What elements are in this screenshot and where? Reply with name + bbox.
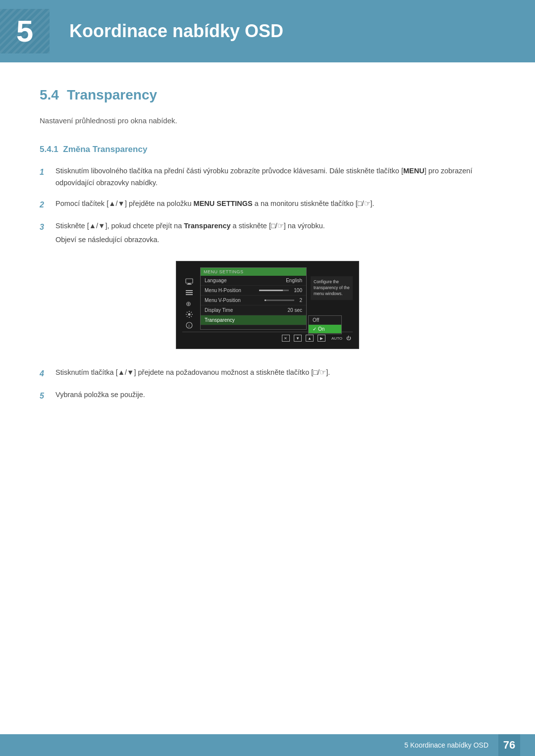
osd-icons-column: ⊕ i [182, 267, 196, 330]
step-5-text: Vybraná položka se použije. [55, 389, 495, 401]
step-5: 5 Vybraná položka se použije. [40, 389, 495, 403]
step-2-number: 2 [40, 198, 49, 211]
step-1-text: Stisknutím libovolného tlačítka na předn… [55, 165, 495, 189]
svg-text:⊕: ⊕ [186, 300, 191, 307]
page-footer: 5 Koordinace nabídky OSD 76 [0, 734, 535, 756]
subsection-title: 5.4.1 Změna Transparency [40, 145, 495, 154]
svg-rect-4 [186, 292, 193, 293]
osd-auto-label: AUTO [331, 336, 342, 341]
section-title: 5.4 Transparency [40, 87, 495, 103]
step-1-number: 1 [40, 165, 49, 179]
subsection-title-text: Změna Transparency [63, 145, 147, 154]
step-2: 2 Pomocí tlačítek [▲/▼] přejděte na polo… [40, 198, 495, 211]
osd-row-vposition: Menu V-Position 2 [201, 296, 306, 305]
steps-list: 1 Stisknutím libovolného tlačítka na pře… [40, 165, 495, 246]
subsection-number: 5.4.1 [40, 145, 58, 154]
svg-rect-5 [186, 294, 193, 295]
osd-menu-header: MENU SETTINGS [201, 268, 306, 276]
osd-submenu-transparency: Off ✓On [308, 315, 342, 334]
svg-text:i: i [189, 323, 190, 328]
chapter-title: Koordinace nabídky OSD [50, 21, 283, 42]
steps-continued: 4 Stisknutím tlačítka [▲/▼] přejdete na … [40, 367, 495, 403]
step-3: 3 Stiskněte [▲/▼], pokud chcete přejít n… [40, 220, 495, 246]
step-3-text: Stiskněte [▲/▼], pokud chcete přejít na … [55, 220, 495, 246]
osd-icon-gear [184, 310, 194, 319]
osd-row-hposition: Menu H-Position 100 [201, 286, 306, 296]
svg-point-7 [188, 313, 191, 316]
section-description: Nastavení průhlednosti pro okna nabídek. [40, 115, 495, 127]
step-2-text: Pomocí tlačítek [▲/▼] přejděte na položk… [55, 198, 495, 210]
osd-power-icon: ⏻ [346, 336, 351, 341]
step-3-sub: Objeví se následující obrazovka. [55, 234, 495, 246]
osd-sidebar-note: Configure the transparency of the menu w… [311, 276, 353, 300]
footer-chapter-text: 5 Koordinace nabídky OSD [404, 741, 488, 749]
osd-vposition-slider [265, 300, 294, 301]
svg-rect-1 [188, 283, 191, 284]
step-1: 1 Stisknutím libovolného tlačítka na pře… [40, 165, 495, 189]
osd-icon-monitor [184, 277, 194, 286]
osd-btn-x: ✕ [282, 335, 290, 342]
main-content: 5.4 Transparency Nastavení průhlednosti … [0, 87, 535, 403]
osd-submenu-on: ✓On [309, 325, 341, 334]
svg-rect-2 [187, 284, 192, 285]
osd-row-transparency: Transparency Off ✓On [201, 315, 306, 325]
step-5-number: 5 [40, 389, 49, 403]
osd-hposition-slider [259, 290, 289, 291]
osd-btn-right: ▶ [318, 335, 325, 342]
svg-rect-3 [186, 290, 193, 291]
osd-screenshot-container: ⊕ i MENU SETTINGS Language English [40, 261, 495, 349]
osd-icon-arrows: ⊕ [184, 299, 194, 308]
osd-screen: ⊕ i MENU SETTINGS Language English [176, 261, 359, 349]
osd-top: ⊕ i MENU SETTINGS Language English [182, 267, 353, 330]
chapter-number-block: 5 [0, 9, 50, 53]
osd-btn-down: ▼ [294, 335, 302, 342]
osd-icon-lines [184, 288, 194, 297]
osd-icon-info: i [184, 321, 194, 330]
osd-row-displaytime: Display Time 20 sec [201, 305, 306, 315]
osd-menu-panel: MENU SETTINGS Language English Menu H-Po… [200, 267, 307, 330]
osd-submenu-off: Off [309, 316, 341, 325]
svg-rect-0 [186, 279, 193, 283]
section-title-text: Transparency [67, 87, 157, 103]
osd-row-language: Language English [201, 276, 306, 286]
step-4-text: Stisknutím tlačítka [▲/▼] přejdete na po… [55, 367, 495, 379]
chapter-header: 5 Koordinace nabídky OSD [0, 0, 535, 62]
footer-page-number: 76 [498, 734, 520, 756]
step-4: 4 Stisknutím tlačítka [▲/▼] přejdete na … [40, 367, 495, 380]
step-3-number: 3 [40, 220, 49, 234]
osd-btn-up: ▲ [306, 335, 314, 342]
chapter-number: 5 [16, 16, 33, 47]
step-4-number: 4 [40, 367, 49, 380]
section-number: 5.4 [40, 87, 59, 103]
